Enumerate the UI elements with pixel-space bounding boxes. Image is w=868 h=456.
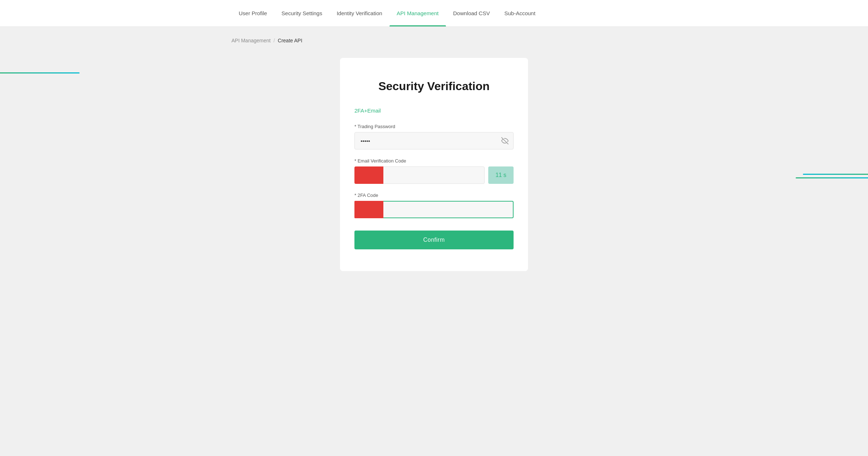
main-wrapper: User Profile Security Settings Identity …: [0, 0, 868, 456]
email-verification-label: * Email Verification Code: [354, 158, 514, 164]
breadcrumb-separator: /: [273, 38, 275, 43]
email-input-wrapper: [354, 166, 485, 184]
trading-password-input[interactable]: [354, 132, 514, 149]
breadcrumb: API Management / Create API: [231, 38, 637, 43]
deco-line-right-top: [803, 174, 868, 175]
email-red-block: [354, 166, 383, 184]
breadcrumb-current: Create API: [278, 38, 302, 43]
email-verification-row: 11 s: [354, 166, 514, 184]
nav-container: User Profile Security Settings Identity …: [0, 0, 868, 27]
tfa-red-block: [354, 201, 383, 218]
deco-line-left: [0, 72, 80, 73]
page-title: Security Verification: [354, 80, 514, 93]
nav-inner: User Profile Security Settings Identity …: [217, 0, 651, 26]
breadcrumb-parent[interactable]: API Management: [231, 38, 271, 43]
tfa-input-wrapper: [354, 201, 514, 218]
trading-password-wrapper: [354, 132, 514, 149]
trading-password-label: * Trading Password: [354, 124, 514, 129]
nav-item-identity-verification[interactable]: Identity Verification: [329, 0, 390, 26]
nav-item-security-settings[interactable]: Security Settings: [274, 0, 329, 26]
tfa-email-label: 2FA+Email: [354, 107, 514, 114]
nav-item-sub-account[interactable]: Sub-Account: [497, 0, 542, 26]
trading-password-group: * Trading Password: [354, 124, 514, 149]
security-verification-card: Security Verification 2FA+Email * Tradin…: [340, 58, 528, 271]
eye-off-icon[interactable]: [501, 137, 509, 144]
deco-line-right-bottom: [796, 177, 868, 178]
confirm-button[interactable]: Confirm: [354, 231, 514, 249]
nav-item-api-management[interactable]: API Management: [390, 0, 446, 26]
page-content: API Management / Create API Security Ver…: [217, 27, 651, 282]
resend-timer-button[interactable]: 11 s: [488, 166, 514, 184]
tfa-code-label: * 2FA Code: [354, 193, 514, 198]
tfa-code-group: * 2FA Code: [354, 193, 514, 218]
nav-item-download-csv[interactable]: Download CSV: [446, 0, 497, 26]
nav-item-user-profile[interactable]: User Profile: [231, 0, 274, 26]
email-verification-group: * Email Verification Code 11 s: [354, 158, 514, 184]
